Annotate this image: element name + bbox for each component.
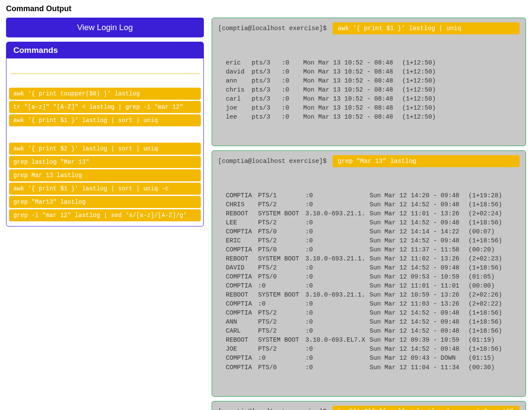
output-row: ERICPTS/2:0Sun Mar 12 14:52 - 09:48(1+18… [226,236,507,245]
output-row: REBOOTSYSTEM BOOT3.10.0-693.21.1.Sun Mar… [226,209,507,218]
output-row: chrispts/3:0Mon Mar 13 10:52 - 08:48(1+1… [226,86,440,95]
command-drop-slot[interactable] [10,76,200,85]
commands-header: Commands [6,42,203,58]
terminal-output: COMPTIAPTS/1:0Sun Mar 12 14:20 - 09:48(1… [218,173,520,390]
output-row: CARLPTS/2:0Sun Mar 12 14:52 - 09:48(1+18… [226,327,507,336]
command-pill[interactable]: awk '{ print toupper($0) }' lastlog [9,88,201,100]
view-login-log-button[interactable]: View Login Log [6,18,204,37]
command-pill[interactable]: awk '{ print $2 }' lastlog | sort | uniq [9,143,201,155]
command-pill[interactable]: grep Mar 13 lastlog [9,169,201,181]
output-row: ANNPTS/2:0Sun Mar 12 14:52 - 09:48(1+18:… [226,318,507,327]
output-row: COMPTIA:0:0Sun Mar 12 11:01 - 11:01(00:0… [226,281,507,291]
output-row: COMPTIAPTS/2:0Sun Mar 12 14:52 - 09:48(1… [226,309,507,318]
output-row: COMPTIA:0:0Sun Mar 12 11:03 - 13:26(2+02… [226,300,507,309]
terminal-prompt: [comptia@localhost exercise]$ [218,158,326,165]
command-pill[interactable]: grep lastlog "Mar 13" [9,156,201,168]
output-row: REBOOTSYSTEM BOOT3.10.0-693.EL7.XSun Mar… [226,336,507,345]
terminal-block: [comptia@localhost exercise]$ awk '{ pri… [212,18,526,146]
commands-panel: Commands awk '{ print toupper($0) }' las… [6,42,204,226]
command-pill[interactable]: grep "Mar13" lastlog [9,196,201,208]
terminal-output: ericpts/3:0Mon Mar 13 10:52 - 08:48(1+12… [218,40,520,140]
output-row: ericpts/3:0Mon Mar 13 10:52 - 08:48(1+12… [226,58,440,67]
command-pill[interactable]: awk '{ print $1 }' lastlog | sort | uniq [9,114,201,126]
command-pill[interactable]: awk '{ print $1 }' lastlog | sort | uniq… [9,183,201,195]
page-title: Command Output [6,4,526,13]
output-row: COMPTIAPTS/0:0Sun Mar 12 11:04 - 11:34(0… [226,363,507,372]
output-row: annpts/3:0Mon Mar 13 10:52 - 08:48(1+12:… [226,76,440,86]
terminal-command-pill[interactable]: grep "Mar 13" lastlog [332,155,520,167]
terminal-block: [comptia@localhost exercise]$ tr "[A-Z]"… [212,401,526,410]
output-row: COMPTIA:0:0Sun Mar 12 09:43 - DOWN(01:15… [226,354,507,363]
terminal-block: [comptia@localhost exercise]$ grep "Mar … [212,150,526,396]
output-row: leepts/3:0Mon Mar 13 10:52 - 08:48(1+12:… [226,113,440,122]
output-row: COMPTIAPTS/1:0Sun Mar 12 14:20 - 09:48(1… [226,191,507,200]
terminal-command-pill[interactable]: tr "[A-Z]" "[a-z]" < lastlog | grep -i "… [332,406,520,410]
command-pill[interactable]: tr "[a-z]" "[A-Z]" < lastlog | grep -i "… [9,101,201,113]
output-row: carlpts/3:0Mon Mar 13 10:52 - 08:48(1+12… [226,95,440,104]
output-row: CHRISPTS/2:0Sun Mar 12 14:52 - 09:48(1+1… [226,200,507,209]
output-row: JOEPTS/2:0Sun Mar 12 14:52 - 09:48(1+18:… [226,345,507,354]
output-row: davidpts/3:0Mon Mar 13 10:52 - 08:48(1+1… [226,67,440,76]
output-row: COMPTIAPTS/0:0Sun Mar 12 09:53 - 10:59(0… [226,272,507,281]
terminal-prompt: [comptia@localhost exercise]$ [218,408,326,410]
command-drop-slot[interactable] [10,128,200,140]
output-row: COMPTIAPTS/0:0Sun Mar 12 11:37 - 11:58(0… [226,245,507,254]
output-row: joepts/3:0Mon Mar 13 10:52 - 08:48(1+12:… [226,104,440,113]
terminal-prompt: [comptia@localhost exercise]$ [218,25,326,32]
command-pill[interactable]: grep -i "mar 12" lastlog | sed 's/[a-z]/… [9,209,201,221]
output-row: COMPTIAPTS/0:0Sun Mar 12 14:14 - 14:22(0… [226,227,507,236]
command-drop-slot[interactable] [10,62,200,74]
terminal-command-pill[interactable]: awk '{ print $1 }' lastlog | uniq [332,22,520,34]
output-row: REBOOTSYSTEM BOOT3.10.0-693.21.1.Sun Mar… [226,254,507,263]
output-row: DAVIDPTS/2:0Sun Mar 12 14:52 - 09:48(1+1… [226,263,507,272]
output-row: REBOOTSYSTEM BOOT3.10.0-693.21.1.Sun Mar… [226,291,507,300]
output-row: LEEPTS/2:0Sun Mar 12 14:52 - 09:48(1+18:… [226,218,507,227]
